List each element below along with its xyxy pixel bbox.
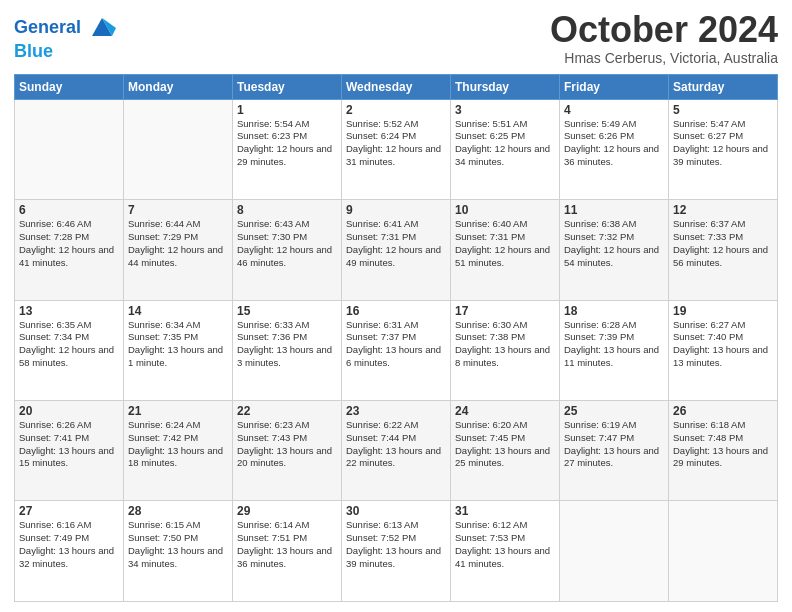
day-info: Sunrise: 6:40 AMSunset: 7:31 PMDaylight:… bbox=[455, 218, 555, 269]
day-info: Sunrise: 5:51 AMSunset: 6:25 PMDaylight:… bbox=[455, 118, 555, 169]
day-number: 1 bbox=[237, 103, 337, 117]
day-number: 21 bbox=[128, 404, 228, 418]
day-cell: 3Sunrise: 5:51 AMSunset: 6:25 PMDaylight… bbox=[451, 99, 560, 199]
day-cell: 10Sunrise: 6:40 AMSunset: 7:31 PMDayligh… bbox=[451, 200, 560, 300]
week-row-2: 6Sunrise: 6:46 AMSunset: 7:28 PMDaylight… bbox=[15, 200, 778, 300]
day-info: Sunrise: 6:46 AMSunset: 7:28 PMDaylight:… bbox=[19, 218, 119, 269]
day-cell: 29Sunrise: 6:14 AMSunset: 7:51 PMDayligh… bbox=[233, 501, 342, 602]
day-info: Sunrise: 6:35 AMSunset: 7:34 PMDaylight:… bbox=[19, 319, 119, 370]
day-number: 16 bbox=[346, 304, 446, 318]
day-info: Sunrise: 6:28 AMSunset: 7:39 PMDaylight:… bbox=[564, 319, 664, 370]
weekday-header-monday: Monday bbox=[124, 74, 233, 99]
day-number: 20 bbox=[19, 404, 119, 418]
day-number: 10 bbox=[455, 203, 555, 217]
weekday-header-wednesday: Wednesday bbox=[342, 74, 451, 99]
logo-general: General bbox=[14, 17, 81, 37]
week-row-4: 20Sunrise: 6:26 AMSunset: 7:41 PMDayligh… bbox=[15, 401, 778, 501]
day-cell: 24Sunrise: 6:20 AMSunset: 7:45 PMDayligh… bbox=[451, 401, 560, 501]
day-info: Sunrise: 6:43 AMSunset: 7:30 PMDaylight:… bbox=[237, 218, 337, 269]
day-number: 28 bbox=[128, 504, 228, 518]
day-info: Sunrise: 6:24 AMSunset: 7:42 PMDaylight:… bbox=[128, 419, 228, 470]
day-info: Sunrise: 6:15 AMSunset: 7:50 PMDaylight:… bbox=[128, 519, 228, 570]
day-number: 29 bbox=[237, 504, 337, 518]
page: General Blue October 2024 Hmas Cerberus,… bbox=[0, 0, 792, 612]
day-cell: 21Sunrise: 6:24 AMSunset: 7:42 PMDayligh… bbox=[124, 401, 233, 501]
day-cell: 1Sunrise: 5:54 AMSunset: 6:23 PMDaylight… bbox=[233, 99, 342, 199]
day-cell: 12Sunrise: 6:37 AMSunset: 7:33 PMDayligh… bbox=[669, 200, 778, 300]
day-number: 11 bbox=[564, 203, 664, 217]
day-cell: 28Sunrise: 6:15 AMSunset: 7:50 PMDayligh… bbox=[124, 501, 233, 602]
day-info: Sunrise: 6:13 AMSunset: 7:52 PMDaylight:… bbox=[346, 519, 446, 570]
day-number: 8 bbox=[237, 203, 337, 217]
day-cell: 25Sunrise: 6:19 AMSunset: 7:47 PMDayligh… bbox=[560, 401, 669, 501]
logo: General Blue bbox=[14, 14, 116, 62]
day-cell: 20Sunrise: 6:26 AMSunset: 7:41 PMDayligh… bbox=[15, 401, 124, 501]
day-number: 18 bbox=[564, 304, 664, 318]
weekday-header-row: SundayMondayTuesdayWednesdayThursdayFrid… bbox=[15, 74, 778, 99]
day-info: Sunrise: 6:30 AMSunset: 7:38 PMDaylight:… bbox=[455, 319, 555, 370]
day-number: 31 bbox=[455, 504, 555, 518]
day-cell: 9Sunrise: 6:41 AMSunset: 7:31 PMDaylight… bbox=[342, 200, 451, 300]
weekday-header-tuesday: Tuesday bbox=[233, 74, 342, 99]
day-number: 25 bbox=[564, 404, 664, 418]
day-cell: 13Sunrise: 6:35 AMSunset: 7:34 PMDayligh… bbox=[15, 300, 124, 400]
day-cell: 27Sunrise: 6:16 AMSunset: 7:49 PMDayligh… bbox=[15, 501, 124, 602]
day-cell: 18Sunrise: 6:28 AMSunset: 7:39 PMDayligh… bbox=[560, 300, 669, 400]
day-info: Sunrise: 5:47 AMSunset: 6:27 PMDaylight:… bbox=[673, 118, 773, 169]
day-info: Sunrise: 6:23 AMSunset: 7:43 PMDaylight:… bbox=[237, 419, 337, 470]
day-number: 2 bbox=[346, 103, 446, 117]
title-block: October 2024 Hmas Cerberus, Victoria, Au… bbox=[550, 10, 778, 66]
weekday-header-thursday: Thursday bbox=[451, 74, 560, 99]
day-number: 26 bbox=[673, 404, 773, 418]
day-number: 5 bbox=[673, 103, 773, 117]
day-number: 27 bbox=[19, 504, 119, 518]
day-cell: 31Sunrise: 6:12 AMSunset: 7:53 PMDayligh… bbox=[451, 501, 560, 602]
logo-text: General bbox=[14, 14, 116, 42]
day-info: Sunrise: 6:27 AMSunset: 7:40 PMDaylight:… bbox=[673, 319, 773, 370]
day-info: Sunrise: 6:14 AMSunset: 7:51 PMDaylight:… bbox=[237, 519, 337, 570]
weekday-header-saturday: Saturday bbox=[669, 74, 778, 99]
day-number: 4 bbox=[564, 103, 664, 117]
day-cell bbox=[124, 99, 233, 199]
day-info: Sunrise: 6:38 AMSunset: 7:32 PMDaylight:… bbox=[564, 218, 664, 269]
day-info: Sunrise: 6:31 AMSunset: 7:37 PMDaylight:… bbox=[346, 319, 446, 370]
day-info: Sunrise: 5:54 AMSunset: 6:23 PMDaylight:… bbox=[237, 118, 337, 169]
weekday-header-friday: Friday bbox=[560, 74, 669, 99]
day-number: 6 bbox=[19, 203, 119, 217]
day-cell: 6Sunrise: 6:46 AMSunset: 7:28 PMDaylight… bbox=[15, 200, 124, 300]
day-cell: 26Sunrise: 6:18 AMSunset: 7:48 PMDayligh… bbox=[669, 401, 778, 501]
day-cell: 14Sunrise: 6:34 AMSunset: 7:35 PMDayligh… bbox=[124, 300, 233, 400]
day-info: Sunrise: 6:41 AMSunset: 7:31 PMDaylight:… bbox=[346, 218, 446, 269]
month-title: October 2024 bbox=[550, 10, 778, 50]
day-info: Sunrise: 6:44 AMSunset: 7:29 PMDaylight:… bbox=[128, 218, 228, 269]
day-cell: 8Sunrise: 6:43 AMSunset: 7:30 PMDaylight… bbox=[233, 200, 342, 300]
day-cell: 7Sunrise: 6:44 AMSunset: 7:29 PMDaylight… bbox=[124, 200, 233, 300]
day-cell: 19Sunrise: 6:27 AMSunset: 7:40 PMDayligh… bbox=[669, 300, 778, 400]
week-row-5: 27Sunrise: 6:16 AMSunset: 7:49 PMDayligh… bbox=[15, 501, 778, 602]
day-number: 14 bbox=[128, 304, 228, 318]
day-info: Sunrise: 6:34 AMSunset: 7:35 PMDaylight:… bbox=[128, 319, 228, 370]
day-info: Sunrise: 5:49 AMSunset: 6:26 PMDaylight:… bbox=[564, 118, 664, 169]
weekday-header-sunday: Sunday bbox=[15, 74, 124, 99]
day-number: 15 bbox=[237, 304, 337, 318]
day-number: 13 bbox=[19, 304, 119, 318]
logo-blue: Blue bbox=[14, 42, 116, 62]
day-cell: 30Sunrise: 6:13 AMSunset: 7:52 PMDayligh… bbox=[342, 501, 451, 602]
day-cell bbox=[15, 99, 124, 199]
logo-icon bbox=[88, 14, 116, 42]
day-cell: 2Sunrise: 5:52 AMSunset: 6:24 PMDaylight… bbox=[342, 99, 451, 199]
day-info: Sunrise: 6:33 AMSunset: 7:36 PMDaylight:… bbox=[237, 319, 337, 370]
day-number: 3 bbox=[455, 103, 555, 117]
day-number: 9 bbox=[346, 203, 446, 217]
day-number: 17 bbox=[455, 304, 555, 318]
day-cell: 11Sunrise: 6:38 AMSunset: 7:32 PMDayligh… bbox=[560, 200, 669, 300]
day-number: 7 bbox=[128, 203, 228, 217]
week-row-3: 13Sunrise: 6:35 AMSunset: 7:34 PMDayligh… bbox=[15, 300, 778, 400]
day-number: 24 bbox=[455, 404, 555, 418]
day-number: 22 bbox=[237, 404, 337, 418]
day-number: 12 bbox=[673, 203, 773, 217]
day-number: 19 bbox=[673, 304, 773, 318]
day-info: Sunrise: 6:22 AMSunset: 7:44 PMDaylight:… bbox=[346, 419, 446, 470]
day-info: Sunrise: 6:19 AMSunset: 7:47 PMDaylight:… bbox=[564, 419, 664, 470]
logo-blue-text: Blue bbox=[14, 41, 53, 61]
